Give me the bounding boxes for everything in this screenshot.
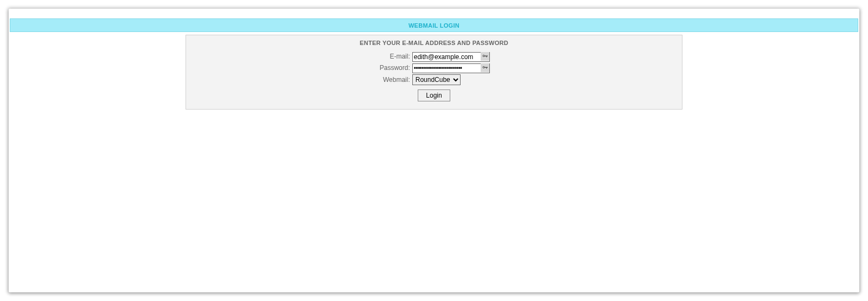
header-bar: WEBMAIL LOGIN — [10, 18, 858, 32]
webmail-label: Webmail: — [192, 76, 412, 84]
email-label: E-mail: — [192, 53, 412, 60]
webmail-select[interactable]: RoundCube — [412, 74, 461, 85]
login-button[interactable]: Login — [418, 89, 450, 101]
login-panel: ENTER YOUR E-MAIL ADDRESS AND PASSWORD E… — [186, 35, 682, 110]
row-password: Password: — [192, 63, 676, 73]
email-field[interactable] — [412, 52, 490, 62]
page-title: WEBMAIL LOGIN — [409, 22, 459, 29]
password-field[interactable] — [412, 63, 490, 73]
row-webmail: Webmail: RoundCube — [192, 74, 676, 85]
row-email: E-mail: — [192, 52, 676, 62]
panel-heading: ENTER YOUR E-MAIL ADDRESS AND PASSWORD — [192, 40, 676, 46]
password-label: Password: — [192, 64, 412, 72]
